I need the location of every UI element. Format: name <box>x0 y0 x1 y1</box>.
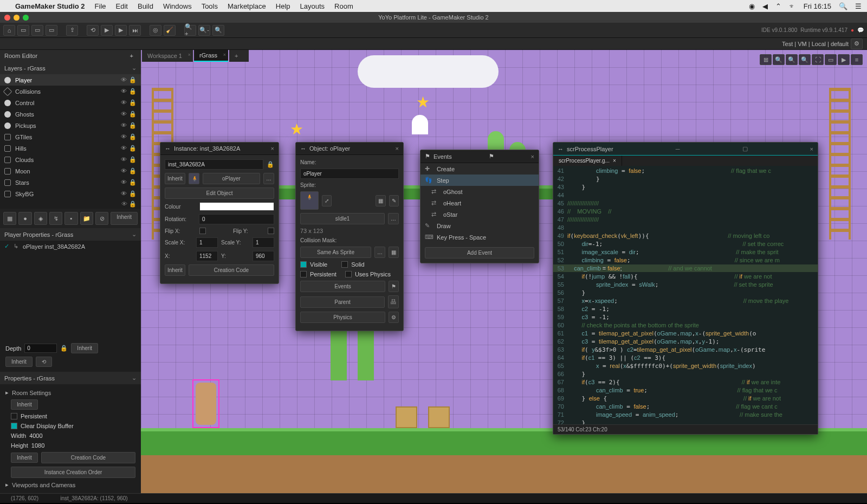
instance-list-item[interactable]: ✓ ↳ oPlayer inst_38A2682A <box>0 241 141 252</box>
layer-tool-bg[interactable]: ▪ <box>64 212 77 225</box>
object-select[interactable]: oPlayer <box>203 173 260 184</box>
colour-swatch[interactable] <box>199 202 274 211</box>
gear-icon[interactable]: ⚙ <box>389 312 399 323</box>
more-icon[interactable]: … <box>263 173 274 184</box>
event-item[interactable]: ⇄oHeart <box>420 197 539 209</box>
close-icon[interactable]: × <box>188 52 191 57</box>
instance-order-button[interactable]: Instance Creation Order <box>11 467 135 478</box>
list-icon[interactable]: ≡ <box>851 54 863 65</box>
layer-row[interactable]: SkyBG👁🔒 <box>0 188 141 199</box>
document-tab[interactable]: Workspace 1× <box>142 50 193 62</box>
lock-icon[interactable]: 🔒 <box>129 179 137 186</box>
menu-icon[interactable]: ☰ <box>855 2 862 10</box>
chevron-down-icon[interactable]: ⌄ <box>132 64 137 72</box>
scaley-input[interactable] <box>253 237 274 248</box>
panel-drag-icon[interactable]: ↔ <box>300 145 306 152</box>
clean-button[interactable]: 🧹 <box>164 25 176 36</box>
visibility-icon[interactable]: 👁 <box>121 76 127 83</box>
menu-room[interactable]: Room <box>334 2 353 10</box>
code-editor[interactable]: 41 climbing = false; // flag that we c 4… <box>553 166 818 424</box>
notification-icon[interactable]: ● <box>851 27 854 33</box>
persistent-checkbox[interactable] <box>300 271 307 277</box>
menu-windows[interactable]: Windows <box>163 2 192 10</box>
object-name-input[interactable] <box>300 169 399 179</box>
event-item[interactable]: ⇄oStar <box>420 209 539 220</box>
lock-icon[interactable]: 🔒 <box>129 111 137 118</box>
lock-icon[interactable]: 🔒 <box>129 99 137 106</box>
menu-help[interactable]: Help <box>276 2 290 10</box>
depth-input[interactable] <box>24 344 57 353</box>
lock-icon[interactable]: 🔒 <box>60 345 68 352</box>
close-icon[interactable]: × <box>271 145 274 152</box>
layer-row[interactable]: Stars👁🔒 <box>0 177 141 188</box>
physics-checkbox[interactable] <box>345 271 352 277</box>
inherit-button[interactable]: Inherit <box>165 173 185 184</box>
visibility-icon[interactable]: 👁 <box>121 145 127 152</box>
lock-icon[interactable]: 🔒 <box>129 145 137 152</box>
stop-button[interactable]: ⏭ <box>129 25 141 36</box>
layer-row[interactable]: Control👁🔒 <box>0 97 141 108</box>
creation-code-button[interactable]: Creation Code <box>189 264 274 276</box>
lock-icon[interactable]: 🔒 <box>129 156 137 163</box>
clear-buffer-checkbox[interactable] <box>11 423 17 429</box>
lock-icon[interactable]: 🔒 <box>129 88 137 95</box>
player-instance[interactable] <box>192 379 219 428</box>
zoom-reset-button[interactable]: 🔍 <box>212 25 224 36</box>
flipy-checkbox[interactable] <box>268 228 274 234</box>
layer-tool-folder[interactable]: 📁 <box>80 212 93 225</box>
close-icon[interactable]: × <box>396 145 399 152</box>
properties-header[interactable]: Properties - rGrass ⌄ <box>0 372 141 384</box>
layer-row[interactable]: Player👁🔒 <box>0 74 141 86</box>
lock-icon[interactable]: 🔒 <box>129 76 137 83</box>
sprite-preview[interactable]: 🧍 <box>300 191 319 210</box>
search-icon[interactable]: 🔍 <box>839 2 847 10</box>
minimize-icon[interactable]: ─ <box>676 146 680 152</box>
creation-code-button[interactable]: Creation Code <box>41 452 135 463</box>
x-input[interactable] <box>196 251 218 261</box>
export-button[interactable]: ⇪ <box>66 25 78 36</box>
room-editor-header[interactable]: Room Editor + <box>0 50 141 62</box>
menu-file[interactable]: File <box>95 2 106 10</box>
code-panel[interactable]: ↔scrProcessPlayer─▢× scrProcessPlayer.g.… <box>553 142 818 435</box>
y-input[interactable] <box>253 251 274 261</box>
physics-button[interactable]: Physics <box>300 312 385 323</box>
persistent-checkbox[interactable] <box>11 413 17 419</box>
wifi-icon[interactable]: ⌃ <box>775 2 781 10</box>
build-button[interactable]: ⟲ <box>87 25 99 36</box>
zoom-in-icon[interactable]: 🔍 <box>773 54 785 65</box>
inherit-button[interactable]: Inherit <box>71 343 98 353</box>
add-tab-button[interactable]: + <box>127 53 137 59</box>
layer-tool-asset[interactable]: ◈ <box>34 212 47 225</box>
more-icon[interactable]: … <box>374 247 385 258</box>
open-button[interactable]: ▭ <box>31 25 43 36</box>
event-item[interactable]: ⌨Key Press - Space <box>420 231 539 243</box>
player-properties-header[interactable]: Player Properties - rGrass ⌄ <box>0 228 141 241</box>
select-icon[interactable]: ▭ <box>825 54 837 65</box>
inherit-button[interactable]: Inherit <box>5 357 33 367</box>
run-button[interactable]: ▶ <box>101 25 113 36</box>
visibility-icon[interactable]: 👁 <box>121 179 127 186</box>
mask-edit-icon[interactable]: ▦ <box>389 247 399 258</box>
chevron-down-icon[interactable]: ⌄ <box>132 231 137 238</box>
visibility-icon[interactable]: 👁 <box>121 88 127 95</box>
chevron-down-icon[interactable]: ⌄ <box>132 374 137 382</box>
play-icon[interactable]: ▶ <box>838 54 850 65</box>
sprite-thumb[interactable]: 🧍 <box>189 173 199 184</box>
inherit-button[interactable]: Inherit <box>165 264 185 276</box>
flag-icon[interactable]: ⚑ <box>489 153 494 160</box>
layer-row[interactable]: Pickups👁🔒 <box>0 120 141 131</box>
maximize-window[interactable] <box>23 15 29 21</box>
target-button[interactable]: ◎ <box>150 25 161 36</box>
inherit-button[interactable]: Inherit <box>111 212 138 225</box>
maximize-icon[interactable]: ▢ <box>742 145 748 152</box>
lock-icon[interactable]: 🔒 <box>129 190 137 197</box>
visibility-icon[interactable]: 👁 <box>121 111 127 118</box>
debug-button[interactable]: ▶ <box>115 25 127 36</box>
grid-toggle[interactable]: ⊞ <box>760 54 772 65</box>
status-icon[interactable]: ◉ <box>749 2 755 10</box>
event-item[interactable]: 👣Step <box>420 175 539 186</box>
zoom-in-button[interactable]: 🔍+ <box>184 25 196 36</box>
minimize-window[interactable] <box>14 15 20 21</box>
event-item[interactable]: ✚Create <box>420 163 539 175</box>
visibility-icon[interactable]: 👁 <box>121 122 127 129</box>
